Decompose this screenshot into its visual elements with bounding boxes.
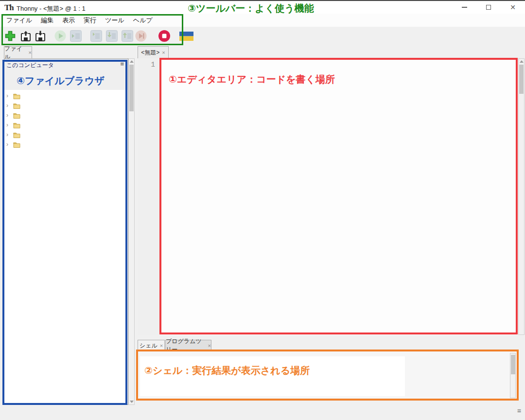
file-tree-item[interactable]: › [4,120,128,130]
line-number: 1 [151,61,155,69]
stop-button[interactable] [158,29,171,43]
menu-run[interactable]: 実行 [79,14,101,27]
toolbar [0,27,525,45]
scroll-down-icon[interactable] [130,401,134,403]
file-tree-item[interactable]: › [4,91,128,101]
code-editor-area[interactable] [159,58,518,335]
hamburger-menu-icon[interactable]: ≡ [120,60,124,68]
step-into-button[interactable] [105,29,118,43]
new-file-button[interactable] [4,29,17,43]
step-out-icon [121,30,134,42]
file-tree-item[interactable]: › [4,130,128,140]
editor-scrollbar-thumb[interactable] [519,65,524,94]
folder-icon [13,132,20,138]
minimize-button[interactable] [452,1,476,14]
save-file-button[interactable] [35,29,46,43]
shell-scrollbar[interactable] [510,353,516,398]
file-browser-panel: このコンピュータ ≡ › › › › › [4,58,128,405]
folder-icon [13,122,20,128]
window-controls: ✕ [452,1,525,14]
folder-icon [13,112,20,119]
close-icon: ✕ [510,4,516,11]
step-over-icon [90,30,103,42]
shell-blank-region [140,356,405,396]
scroll-up-icon[interactable] [520,60,524,63]
step-into-icon [105,30,118,42]
tab-shell-close-icon[interactable]: × [160,343,163,349]
step-over-button[interactable] [90,29,103,43]
thonny-window: Th Thonny - <無題> @ 1 : 1 ✕ ファイル 編集 表示 実行… [0,0,525,420]
resume-button[interactable] [135,29,147,43]
tab-shell[interactable]: シェル × [138,340,165,351]
plus-icon [4,30,17,42]
file-tree-item[interactable]: › [4,140,128,149]
files-scrollbar-thumb[interactable] [129,65,134,111]
tab-editor-close-icon[interactable]: × [162,50,165,55]
expander-icon[interactable]: › [6,103,12,108]
resume-icon [135,30,147,42]
menu-tools[interactable]: ツール [101,14,129,27]
thonny-logo-icon: Th [4,3,14,13]
stop-icon [158,30,171,42]
debug-button[interactable] [70,29,82,43]
shell-scrollbar-thumb[interactable] [511,355,515,374]
maximize-button[interactable] [476,1,501,14]
menu-edit[interactable]: 編集 [36,14,58,27]
status-bar: ≡ [0,405,525,420]
tab-shell-label: シェル [140,342,158,350]
line-number-gutter: 1 [138,58,159,335]
tab-program-tree[interactable]: プログラムツリー × [165,340,211,351]
ukraine-flag-icon[interactable] [179,29,193,43]
editor-scrollbar[interactable] [518,58,525,335]
folder-icon [13,103,20,109]
close-button[interactable]: ✕ [501,1,525,14]
file-tree: › › › › › › [4,91,128,149]
resize-grip-icon[interactable]: ≡ [517,407,521,415]
window-title: Thonny - <無題> @ 1 : 1 [17,4,86,13]
file-browser-root-label: このコンピュータ [6,61,54,70]
menu-view[interactable]: 表示 [58,14,79,27]
minimize-icon [462,7,467,8]
scroll-up-icon[interactable] [130,60,134,63]
expander-icon[interactable]: › [6,132,12,138]
step-out-button[interactable] [121,29,134,43]
folder-icon [13,141,20,148]
tab-files-close-icon[interactable]: × [29,50,32,55]
files-scrollbar[interactable] [128,58,135,405]
open-file-button[interactable] [20,29,32,43]
expander-icon[interactable]: › [6,141,12,147]
tab-files[interactable]: ファイル × [4,46,32,59]
menu-file[interactable]: ファイル [2,14,36,27]
expander-icon[interactable]: › [6,112,12,118]
debug-icon [70,30,82,42]
tab-editor-label: <無題> [141,49,159,57]
save-file-icon [35,30,46,42]
title-bar: Th Thonny - <無題> @ 1 : 1 ✕ [0,1,525,14]
file-tree-item[interactable]: › [4,101,128,110]
menu-bar: ファイル 編集 表示 実行 ツール ヘルプ [0,14,525,27]
menu-help[interactable]: ヘルプ [129,14,157,27]
expander-icon[interactable]: › [6,122,12,128]
file-browser-header: このコンピュータ ≡ [4,59,128,90]
run-icon [54,30,67,42]
expander-icon[interactable]: › [6,93,12,99]
folder-icon [13,93,20,99]
tab-program-tree-close-icon[interactable]: × [208,343,211,349]
open-file-icon [20,30,32,42]
tab-editor[interactable]: <無題> × [138,46,169,59]
file-tree-item[interactable]: › [4,110,128,120]
maximize-icon [486,5,491,10]
run-button[interactable] [54,29,67,43]
